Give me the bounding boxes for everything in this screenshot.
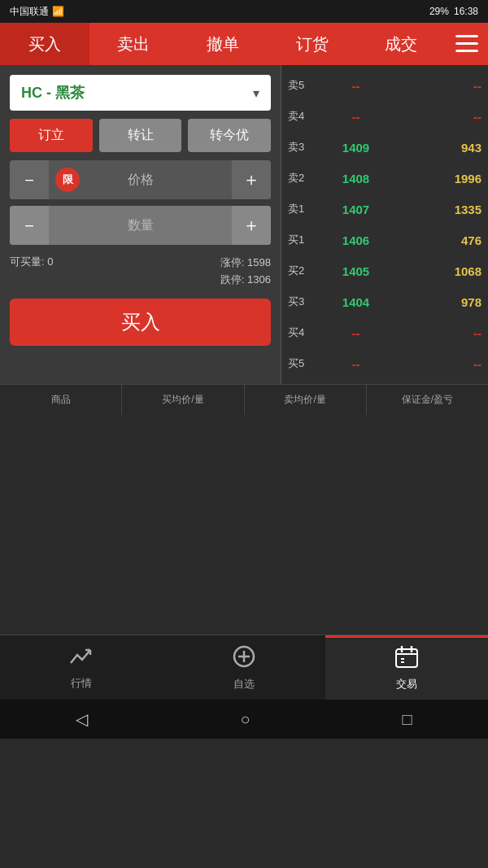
order-price: 1407 (314, 203, 398, 216)
price-limits: 涨停: 1598 跌停: 1306 (220, 255, 271, 289)
content-tabs: 商品买均价/量卖均价/量保证金/盈亏 (0, 384, 488, 415)
back-button[interactable]: ◁ (76, 709, 88, 729)
order-qty: -- (398, 326, 481, 340)
today-button[interactable]: 转今优 (188, 119, 271, 152)
qty-input-center: 数量 (49, 206, 232, 245)
order-label: 卖1 (288, 202, 314, 216)
order-row[interactable]: 买5 -- -- (281, 348, 488, 379)
buyable-amount: 可买量: 0 (10, 255, 53, 269)
order-label: 买5 (288, 356, 314, 371)
price-input-row: － 限 价格 ＋ (10, 160, 271, 199)
fall-limit: 跌停: 1306 (220, 272, 271, 289)
nav-label-1: 自选 (233, 677, 255, 691)
order-row[interactable]: 买4 -- -- (281, 317, 488, 348)
svg-rect-1 (455, 42, 478, 45)
stock-dropdown[interactable]: HC - 黑茶 ▾ (10, 75, 271, 111)
empty-content-area (0, 415, 488, 635)
order-label: 卖5 (288, 78, 314, 93)
status-bar: 中国联通 📶 29% 16:38 (0, 0, 488, 23)
order-price: -- (314, 326, 398, 340)
order-price: 1408 (314, 172, 398, 185)
content-tab-3[interactable]: 保证金/盈亏 (367, 385, 488, 415)
svg-rect-6 (396, 649, 417, 667)
nav-icon-1 (232, 644, 256, 674)
menu-button[interactable] (446, 23, 488, 65)
order-price: 1404 (314, 295, 398, 309)
price-label: 价格 (128, 172, 154, 189)
order-row[interactable]: 买2 1405 1068 (281, 255, 488, 286)
order-row[interactable]: 卖2 1408 1996 (281, 163, 488, 194)
rise-limit: 涨停: 1598 (220, 255, 271, 272)
order-row[interactable]: 卖1 1407 1335 (281, 194, 488, 225)
nav-label-2: 交易 (396, 677, 417, 691)
bottom-nav-item-行情[interactable]: 行情 (0, 635, 163, 700)
order-qty: 978 (398, 295, 481, 309)
dropdown-arrow-icon: ▾ (253, 85, 259, 101)
bottom-nav-item-自选[interactable]: 自选 (163, 635, 325, 700)
order-price: -- (314, 79, 398, 93)
order-button[interactable]: 订立 (10, 119, 93, 152)
order-qty: 1335 (398, 203, 481, 216)
time-text: 16:38 (454, 6, 478, 17)
content-tab-2[interactable]: 卖均价/量 (245, 385, 367, 415)
top-nav: 买入 卖出 撤单 订货 成交 (0, 23, 488, 65)
svg-rect-0 (455, 35, 478, 37)
status-left: 中国联通 📶 (10, 5, 64, 19)
tab-buy[interactable]: 买入 (0, 23, 89, 65)
stock-name: HC - 黑茶 (21, 83, 85, 103)
order-book: 卖5 -- -- 卖4 -- -- 卖3 1409 943 卖2 1408 19… (281, 65, 488, 384)
content-tab-0[interactable]: 商品 (0, 385, 122, 415)
action-buttons: 订立 转让 转今优 (10, 119, 271, 152)
signal-icon: 📶 (52, 6, 64, 17)
tab-sell[interactable]: 卖出 (89, 23, 179, 65)
order-qty: 1996 (398, 172, 481, 185)
price-plus-button[interactable]: ＋ (232, 160, 271, 199)
left-panel: HC - 黑茶 ▾ 订立 转让 转今优 － 限 价格 ＋ － 数量 ＋ (0, 65, 281, 384)
order-price: -- (314, 357, 398, 371)
order-price: -- (314, 110, 398, 124)
qty-label: 数量 (128, 217, 154, 234)
order-label: 买4 (288, 325, 314, 340)
order-qty: 943 (398, 141, 481, 155)
order-qty: -- (398, 110, 481, 124)
limit-badge: 限 (55, 168, 80, 192)
order-qty: -- (398, 79, 481, 93)
recents-button[interactable]: □ (402, 710, 412, 729)
svg-rect-2 (455, 50, 478, 52)
carrier-text: 中国联通 (10, 5, 49, 19)
order-row[interactable]: 卖5 -- -- (281, 70, 488, 101)
order-row[interactable]: 买3 1404 978 (281, 286, 488, 317)
qty-plus-button[interactable]: ＋ (232, 206, 271, 245)
tab-deal[interactable]: 成交 (356, 23, 446, 65)
main-area: HC - 黑茶 ▾ 订立 转让 转今优 － 限 价格 ＋ － 数量 ＋ (0, 65, 488, 384)
order-label: 卖3 (288, 140, 314, 155)
order-price: 1409 (314, 141, 398, 155)
order-row[interactable]: 买1 1406 476 (281, 225, 488, 255)
status-right: 29% 16:38 (429, 6, 478, 17)
tab-order[interactable]: 订货 (268, 23, 357, 65)
transfer-button[interactable]: 转让 (99, 119, 182, 152)
android-nav: ◁ ○ □ (0, 700, 488, 739)
bottom-nav-item-交易[interactable]: 交易 (325, 635, 488, 700)
order-qty: -- (398, 357, 481, 371)
order-label: 买2 (288, 264, 314, 278)
battery-text: 29% (429, 6, 449, 17)
tab-cancel[interactable]: 撤单 (178, 23, 268, 65)
content-tab-1[interactable]: 买均价/量 (122, 385, 244, 415)
nav-label-0: 行情 (71, 676, 92, 691)
qty-minus-button[interactable]: － (10, 206, 49, 245)
order-label: 买3 (288, 294, 314, 309)
price-input-center: 限 价格 (49, 160, 232, 199)
order-label: 卖2 (288, 171, 314, 185)
order-price: 1405 (314, 264, 398, 278)
price-minus-button[interactable]: － (10, 160, 49, 199)
order-row[interactable]: 卖3 1409 943 (281, 132, 488, 163)
home-button[interactable]: ○ (240, 710, 250, 729)
bottom-nav: 行情 自选 交易 (0, 635, 488, 700)
info-row: 可买量: 0 涨停: 1598 跌停: 1306 (10, 251, 271, 295)
nav-icon-2 (394, 646, 419, 674)
order-price: 1406 (314, 233, 398, 247)
qty-input-row: － 数量 ＋ (10, 206, 271, 245)
buy-button[interactable]: 买入 (10, 299, 271, 346)
order-row[interactable]: 卖4 -- -- (281, 101, 488, 132)
